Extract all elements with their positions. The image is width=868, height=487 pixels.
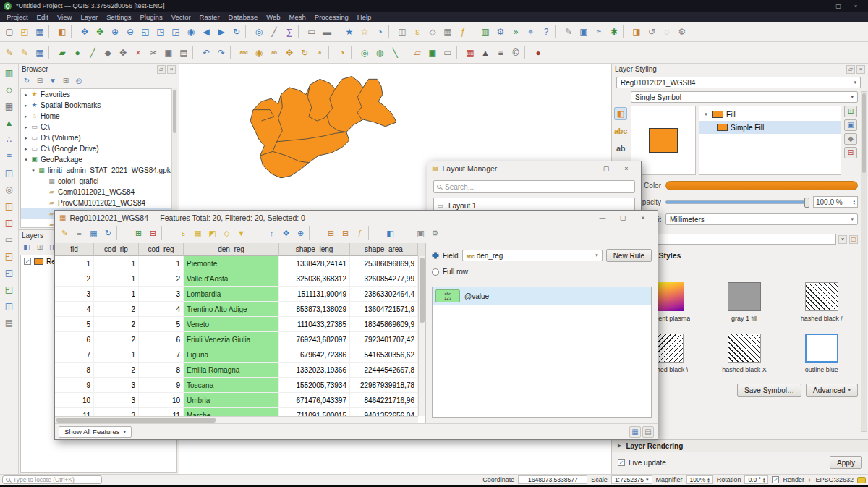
render-checkbox[interactable]: ✓: [772, 476, 779, 483]
save-edits-icon[interactable]: ▦: [87, 226, 101, 240]
add-spatialite-icon[interactable]: ◎: [2, 182, 17, 197]
elevation-profile-icon[interactable]: ≈: [592, 25, 606, 39]
menu-item[interactable]: Plugins: [135, 13, 166, 21]
cell-fid[interactable]: 1: [55, 256, 94, 271]
add-feature-icon[interactable]: ⊞: [132, 226, 145, 240]
expand-arrow-icon[interactable]: ▾: [30, 168, 37, 174]
add-point-cloud-icon[interactable]: ∴: [2, 132, 17, 147]
rotate-label-icon[interactable]: ↻: [297, 46, 312, 60]
separator[interactable]: [116, 226, 130, 240]
separator[interactable]: [524, 46, 529, 59]
select-by-expression-icon[interactable]: ε: [410, 25, 425, 39]
cell-shape-area[interactable]: 7923401707,42: [350, 332, 418, 347]
cell-fid[interactable]: 9: [55, 378, 94, 392]
float-panel-icon[interactable]: ▱: [157, 65, 166, 74]
cell-cod-rip[interactable]: 2: [94, 317, 139, 331]
style-manager-icon[interactable]: ◧: [55, 25, 69, 39]
table-row[interactable]: 6 2 6 Friuli Venezia Giulia 769243,68209…: [55, 332, 418, 347]
delete-field-icon[interactable]: ⊟: [339, 226, 352, 240]
separator[interactable]: [71, 25, 76, 38]
symbol-type-dropdown[interactable]: Single Symbol ▾: [631, 91, 858, 103]
add-arcgis-icon[interactable]: ◫: [2, 299, 17, 313]
cell-den-reg[interactable]: Piemonte: [184, 256, 279, 271]
zoom-out-icon[interactable]: ⊖: [123, 25, 137, 39]
cell-cod-rip[interactable]: 3: [94, 408, 139, 416]
conditional-formatting-icon[interactable]: ◧: [383, 226, 397, 240]
separator[interactable]: [623, 25, 628, 38]
cell-cod-rip[interactable]: 2: [94, 363, 139, 377]
cell-shape-area[interactable]: 18345869609,9: [350, 317, 418, 331]
add-mssql-icon[interactable]: ◫: [2, 199, 17, 213]
separator[interactable]: [192, 46, 197, 59]
close-icon[interactable]: ×: [633, 211, 653, 224]
field-radio[interactable]: [432, 252, 439, 259]
style-preview[interactable]: hashed black /: [785, 282, 858, 322]
apply-button[interactable]: Apply: [830, 456, 862, 469]
magnifier-spinbox[interactable]: 100% ▴▾: [686, 475, 713, 484]
cell-shape-leng[interactable]: 1511131,90049: [279, 287, 350, 301]
cell-cod-rip[interactable]: 2: [94, 332, 139, 347]
layout-search-input[interactable]: Search...: [433, 180, 635, 193]
separator[interactable]: [298, 25, 303, 38]
zoom-to-selection-icon[interactable]: ⊕: [294, 226, 307, 240]
table-row[interactable]: 8 2 8 Emilia Romagna 1332023,19366 22444…: [55, 363, 418, 378]
delete-selected-icon[interactable]: ×: [131, 46, 145, 60]
add-wfs-icon[interactable]: ◰: [2, 282, 17, 297]
cell-fid[interactable]: 3: [55, 287, 94, 301]
expand-arrow-icon[interactable]: ▾: [22, 157, 30, 163]
multi-edit-icon[interactable]: ≡: [72, 226, 86, 240]
separator[interactable]: [472, 25, 477, 38]
save-edits-icon[interactable]: ▦: [33, 46, 47, 60]
form-view-icon[interactable]: ▤: [642, 426, 654, 438]
cell-shape-leng[interactable]: 1552005,73934: [279, 378, 350, 392]
cell-cod-reg[interactable]: 3: [139, 287, 184, 301]
spin-arrows-icon[interactable]: ▴▾: [853, 199, 855, 205]
layer-rendering-section[interactable]: ▶ Layer Rendering: [612, 439, 868, 452]
measure-line-icon[interactable]: ╱: [267, 25, 281, 39]
layer-history-icon[interactable]: ↺: [644, 25, 659, 39]
style-swatch[interactable]: [728, 282, 761, 311]
north-arrow-icon[interactable]: ▲: [478, 46, 493, 60]
settings-icon[interactable]: ⚙: [675, 25, 689, 39]
delete-feature-icon[interactable]: ⊟: [146, 226, 160, 240]
symbol-tree-root[interactable]: ▾ Fill: [699, 108, 841, 121]
symbology-tab-icon[interactable]: ◧: [614, 107, 627, 120]
table-row[interactable]: 1 1 1 Piemonte 1338428,24141 25386096869…: [55, 256, 418, 271]
cell-den-reg[interactable]: Veneto: [184, 317, 279, 331]
invert-selection-icon[interactable]: ◩: [205, 226, 219, 240]
format-rule-item[interactable]: abc 123 @value: [433, 287, 651, 305]
browser-tree-item[interactable]: ▾ ▣ GeoPackage: [21, 154, 176, 165]
zoom-next-icon[interactable]: ▶: [214, 25, 229, 39]
table-row[interactable]: 7 1 7 Liguria 679642,72386 5416530356,62: [55, 347, 418, 363]
add-delimited-text-icon[interactable]: ≡: [2, 149, 17, 164]
separator[interactable]: [399, 226, 412, 240]
spin-arrows-icon[interactable]: ▴▾: [763, 477, 765, 483]
column-header-fid[interactable]: fid: [55, 243, 94, 256]
float-panel-icon[interactable]: ▱: [846, 65, 855, 74]
unit-dropdown[interactable]: Millimeters ▾: [665, 213, 858, 225]
clear-filter-icon[interactable]: ×: [838, 235, 847, 244]
maximize-icon[interactable]: ▢: [613, 211, 633, 224]
add-raster-layer-icon[interactable]: ▦: [2, 99, 17, 114]
separator[interactable]: [388, 25, 393, 38]
separator[interactable]: [404, 46, 409, 59]
separator[interactable]: [309, 226, 323, 240]
new-shapefile-icon[interactable]: ▱: [410, 46, 425, 60]
reshape-features-icon[interactable]: ◎: [357, 46, 372, 60]
close-icon[interactable]: ×: [847, 3, 864, 9]
cell-cod-rip[interactable]: 3: [94, 378, 139, 392]
add-postgis-icon[interactable]: ◫: [2, 166, 17, 180]
offset-curve-icon[interactable]: ╲: [388, 46, 402, 60]
browser-tree-item[interactable]: ▾ ▦ limiti_admin_STAT_2021_WGS84.gpkg: [21, 165, 176, 176]
cell-den-reg[interactable]: Friuli Venezia Giulia: [184, 332, 279, 347]
table-view-icon[interactable]: ▦: [629, 426, 641, 438]
menu-item[interactable]: Help: [353, 13, 376, 21]
refresh-browser-icon[interactable]: ↻: [21, 75, 33, 87]
symbol-tree-child[interactable]: Simple Fill: [699, 121, 841, 134]
undo-icon[interactable]: ↶: [199, 46, 213, 60]
layer-visibility-checkbox[interactable]: ✓: [24, 258, 31, 265]
spin-arrows-icon[interactable]: ▴▾: [707, 477, 710, 483]
change-label-icon[interactable]: a: [312, 46, 327, 60]
new-project-icon[interactable]: ▢: [2, 25, 17, 39]
table-row[interactable]: 11 3 11 Marche 711091,500015 9401352656,…: [55, 408, 418, 416]
